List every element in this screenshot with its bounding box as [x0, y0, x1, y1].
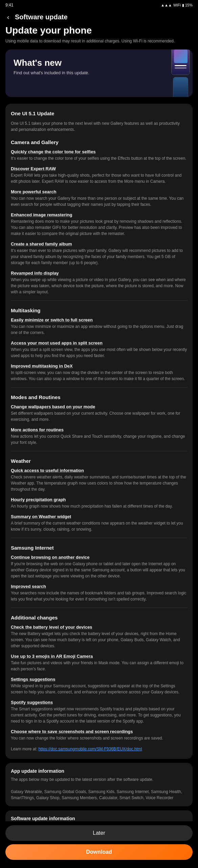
- feature-desc: While signed in to your Samsung account,…: [11, 683, 187, 695]
- whats-new-bg: [132, 50, 193, 97]
- divider: [11, 538, 187, 538]
- section-header-modes: Modes and Routines: [11, 394, 187, 400]
- feature-desc: Remastering does more to make your pictu…: [11, 218, 187, 237]
- status-time: 9:41: [5, 3, 13, 7]
- feature-desc: In split-screen view, you can now drag t…: [11, 370, 187, 382]
- feature-selfie-color: Quickly change the color tone for selfie…: [11, 149, 187, 161]
- back-button[interactable]: ‹: [4, 13, 12, 21]
- feature-continue-browsing: Continue browsing on another device If y…: [11, 555, 187, 579]
- signal-icon: ▲▲▲: [161, 3, 172, 7]
- nav-bar: ‹ Software update: [0, 10, 198, 25]
- feature-title: More powerful search: [11, 189, 187, 194]
- feature-desc: New actions let you control Quick Share …: [11, 433, 187, 446]
- feature-ar-emoji: Use up to 3 emojis in AR Emoji Camera Ta…: [11, 654, 187, 672]
- section-header-camera: Camera and Gallery: [11, 139, 187, 145]
- feature-title: Improved multitasking in DeX: [11, 363, 187, 369]
- feature-title: Improved search: [11, 584, 187, 589]
- feature-desc: Take fun pictures and videos with your f…: [11, 660, 187, 672]
- feature-desc: It's easier to change the color tone of …: [11, 155, 187, 161]
- section-header-oneui: One UI 5.1 Update: [11, 111, 187, 116]
- later-button[interactable]: Later: [5, 825, 193, 841]
- feature-wallpapers: Change wallpapers based on your mode Set…: [11, 404, 187, 422]
- feature-split-screen: Access your most used apps in split scre…: [11, 340, 187, 359]
- feature-title: Use up to 3 emojis in AR Emoji Camera: [11, 654, 187, 659]
- status-icons: ▲▲▲ WiFi ▮ 15%: [161, 3, 193, 7]
- feature-desc: It's easier than ever to share pictures …: [11, 248, 187, 266]
- download-button[interactable]: Download: [5, 844, 193, 860]
- learn-more-section: Learn more at: https://doc.samsungmobile…: [11, 746, 187, 752]
- feature-precipitation: Hourly precipitation graph An hourly gra…: [11, 497, 187, 509]
- feature-desc: A brief summary of the current weather c…: [11, 520, 187, 532]
- feature-weather-widget: Summary on Weather widget A brief summar…: [11, 514, 187, 532]
- whats-new-description: Find out what's included in this update.: [14, 70, 125, 75]
- app-update-card: App update information The apps below ma…: [5, 763, 193, 806]
- learn-more-link[interactable]: https://doc.samsungmobile.com/SM-F936B/E…: [38, 747, 142, 751]
- section-header-additional: Additional changes: [11, 615, 187, 620]
- software-info-title: Software update information: [11, 816, 187, 821]
- learn-more-prefix: Learn more at:: [11, 747, 38, 751]
- whats-new-card[interactable]: What's new Find out what's included in t…: [5, 50, 193, 97]
- divider: [11, 451, 187, 451]
- battery-icon: ▮ 15%: [182, 3, 193, 7]
- content-area: Update your phone Using mobile data to d…: [0, 25, 198, 868]
- divider: [11, 608, 187, 608]
- feature-title: Check the battery level of your devices: [11, 625, 187, 630]
- main-sections: One UI 5.1 Update One UI 5.1 takes your …: [5, 104, 193, 759]
- feature-routines: More actions for routines New actions le…: [11, 427, 187, 446]
- feature-info-display: Revamped info display When you swipe up …: [11, 271, 187, 295]
- feature-title: Choose where to save screenshots and scr…: [11, 729, 187, 734]
- whats-new-title: What's new: [14, 58, 184, 68]
- section-header-internet: Samsung Internet: [11, 545, 187, 551]
- wifi-icon: WiFi: [173, 3, 181, 7]
- feature-title: Spotify suggestions: [11, 700, 187, 705]
- feature-weather-info: Quick access to useful information Check…: [11, 468, 187, 492]
- feature-title: Hourly precipitation graph: [11, 497, 187, 502]
- feature-desc: Your searches now include the names of b…: [11, 590, 187, 602]
- feature-desc: An hourly graph now shows how much preci…: [11, 503, 187, 509]
- feature-dex: Improved multitasking in DeX In split-sc…: [11, 363, 187, 382]
- feature-desc: You can now change the folder where scre…: [11, 735, 187, 741]
- feature-title: Easily minimize or switch to full screen: [11, 317, 187, 322]
- bottom-buttons: Later Download: [0, 821, 198, 868]
- phone-mockup-small: [173, 77, 188, 97]
- page-title: Software update: [15, 13, 68, 21]
- section-header-weather: Weather: [11, 458, 187, 464]
- feature-screenshots: Choose where to save screenshots and scr…: [11, 729, 187, 741]
- feature-title: Create a shared family album: [11, 241, 187, 246]
- oneui-intro: One UI 5.1 takes your phone to the next …: [11, 120, 187, 133]
- status-bar: 9:41 ▲▲▲ WiFi ▮ 15%: [0, 0, 198, 10]
- feature-title: More actions for routines: [11, 427, 187, 432]
- feature-improved-search: Improved search Your searches now includ…: [11, 584, 187, 602]
- feature-battery: Check the battery level of your devices …: [11, 625, 187, 649]
- section-header-multitasking: Multitasking: [11, 308, 187, 313]
- feature-desc: Check severe weather alerts, daily weath…: [11, 474, 187, 492]
- feature-desc: Set different wallpapers based on your c…: [11, 410, 187, 422]
- update-heading: Update your phone: [5, 25, 193, 36]
- app-update-title: App update information: [11, 768, 187, 774]
- feature-remastering: Enhanced image remastering Remastering d…: [11, 212, 187, 237]
- feature-title: Settings suggestions: [11, 677, 187, 682]
- feature-desc: If you're browsing the web on one Galaxy…: [11, 561, 187, 579]
- update-subtext: Using mobile data to download may result…: [5, 38, 193, 44]
- divider: [11, 300, 187, 301]
- feature-minimize: Easily minimize or switch to full screen…: [11, 317, 187, 336]
- feature-title: Summary on Weather widget: [11, 514, 187, 519]
- feature-desc: The Smart suggestions widget now recomme…: [11, 706, 187, 724]
- divider: [11, 387, 187, 388]
- app-update-desc: The apps below may be updated to the lat…: [11, 776, 187, 801]
- feature-title: Continue browsing on another device: [11, 555, 187, 560]
- feature-desc: When you start a split screen view, the …: [11, 347, 187, 359]
- feature-title: Access your most used apps in split scre…: [11, 340, 187, 346]
- feature-family-album: Create a shared family album It's easier…: [11, 241, 187, 266]
- feature-expert-raw: Discover Expert RAW Expert RAW lets you …: [11, 166, 187, 184]
- feature-title: Discover Expert RAW: [11, 166, 187, 171]
- feature-title: Quickly change the color tone for selfie…: [11, 149, 187, 154]
- feature-desc: You can now minimize or maximize an app …: [11, 323, 187, 336]
- feature-title: Change wallpapers based on your mode: [11, 404, 187, 409]
- feature-spotify: Spotify suggestions The Smart suggestion…: [11, 700, 187, 724]
- feature-desc: You can now search your Gallery for more…: [11, 195, 187, 208]
- feature-title: Enhanced image remastering: [11, 212, 187, 217]
- feature-title: Revamped info display: [11, 271, 187, 276]
- feature-desc: When you swipe up while viewing a pictur…: [11, 277, 187, 295]
- feature-title: Quick access to useful information: [11, 468, 187, 473]
